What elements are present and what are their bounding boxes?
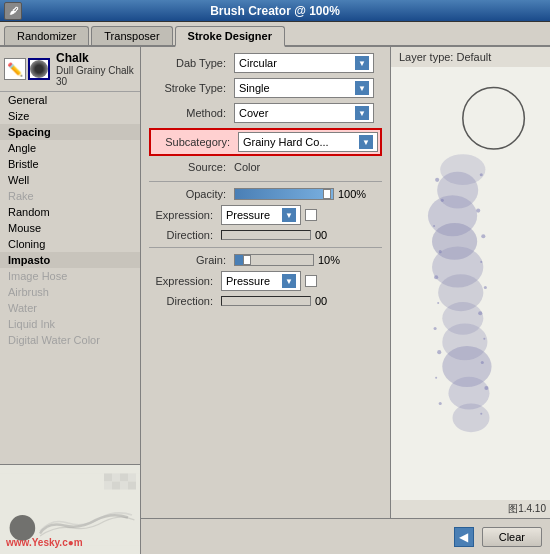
brush-icon-blob[interactable]	[28, 58, 50, 80]
brush-subname: Dull Grainy Chalk 30	[56, 65, 136, 87]
title-bar: 🖌 Brush Creator @ 100%	[0, 0, 550, 22]
sidebar-item-impasto[interactable]: Impasto	[0, 252, 140, 268]
watermark: www.Yesky.c●m	[6, 537, 83, 548]
sidebar-item-rake: Rake	[0, 188, 140, 204]
window-title: Brush Creator @ 100%	[210, 4, 340, 18]
source-value: Color	[234, 161, 260, 173]
sidebar-item-angle[interactable]: Angle	[0, 140, 140, 156]
sidebar-item-general[interactable]: General	[0, 92, 140, 108]
grain-expression-arrow: ▼	[282, 274, 296, 288]
svg-point-28	[481, 234, 485, 238]
svg-point-23	[435, 178, 439, 182]
direction-slider[interactable]	[221, 230, 311, 240]
svg-point-37	[437, 350, 441, 354]
canvas-label: Layer type: Default	[391, 47, 550, 67]
sidebar-item-random[interactable]: Random	[0, 204, 140, 220]
grain-expression-dropdown[interactable]: Pressure ▼	[221, 271, 301, 291]
svg-point-35	[434, 327, 437, 330]
sidebar-nav: General Size Spacing Angle Bristle Well …	[0, 92, 140, 464]
grain-value: 10%	[318, 254, 348, 266]
svg-point-38	[481, 361, 484, 364]
grain-label: Grain:	[149, 254, 234, 266]
grain-direction-label: Direction:	[149, 295, 221, 307]
sidebar-item-water: Water	[0, 300, 140, 316]
svg-rect-7	[112, 482, 120, 490]
subcategory-label: Subcategory:	[153, 136, 238, 148]
tab-bar: Randomizer Transposer Stroke Designer	[0, 22, 550, 47]
svg-point-34	[478, 311, 482, 315]
stroke-type-dropdown[interactable]: Single ▼	[234, 78, 374, 98]
svg-point-27	[433, 225, 435, 227]
subcategory-row: Subcategory: Grainy Hard Co... ▼	[149, 128, 382, 156]
canvas-caption: 图1.4.10	[391, 500, 550, 518]
svg-point-41	[439, 402, 442, 405]
method-row: Method: Cover ▼	[149, 103, 382, 123]
dab-type-arrow: ▼	[355, 56, 369, 70]
svg-point-24	[480, 173, 483, 176]
svg-point-22	[453, 403, 490, 432]
direction-row: Direction: 00	[149, 229, 382, 241]
dab-type-dropdown[interactable]: Circular ▼	[234, 53, 374, 73]
app-icon: 🖌	[4, 2, 22, 20]
svg-rect-4	[120, 474, 128, 482]
svg-point-39	[435, 377, 437, 379]
svg-point-29	[439, 250, 442, 253]
sidebar-item-mouse[interactable]: Mouse	[0, 220, 140, 236]
method-dropdown[interactable]: Cover ▼	[234, 103, 374, 123]
svg-point-42	[480, 413, 482, 415]
svg-rect-8	[120, 482, 128, 490]
method-arrow: ▼	[355, 106, 369, 120]
subcategory-arrow: ▼	[359, 135, 373, 149]
source-label: Source:	[149, 161, 234, 173]
grain-direction-slider[interactable]	[221, 296, 311, 306]
expression-dropdown[interactable]: Pressure ▼	[221, 205, 301, 225]
svg-rect-6	[104, 482, 112, 490]
sidebar-item-size[interactable]: Size	[0, 108, 140, 124]
clear-button[interactable]: Clear	[482, 527, 542, 547]
expression-label: Expression:	[149, 209, 221, 221]
grain-slider[interactable]	[234, 254, 314, 266]
brush-stroke-svg	[391, 67, 550, 457]
sidebar-item-image-hose: Image Hose	[0, 268, 140, 284]
grain-direction-value: 00	[315, 295, 327, 307]
svg-rect-9	[128, 482, 136, 490]
grain-expression-checkbox[interactable]	[305, 275, 317, 287]
expression-arrow: ▼	[282, 208, 296, 222]
svg-rect-2	[104, 474, 112, 482]
svg-point-40	[484, 386, 488, 390]
svg-point-30	[480, 261, 482, 263]
method-label: Method:	[149, 107, 234, 119]
svg-rect-3	[112, 474, 120, 482]
back-button[interactable]: ◀	[454, 527, 474, 547]
tab-stroke-designer[interactable]: Stroke Designer	[175, 26, 285, 47]
brush-preview-area: www.Yesky.c●m	[0, 464, 140, 554]
brush-icon-pencil[interactable]: ✏️	[4, 58, 26, 80]
svg-point-33	[437, 302, 439, 304]
opacity-slider[interactable]	[234, 188, 334, 200]
bottom-toolbar: ◀ Clear	[141, 518, 550, 554]
subcategory-dropdown[interactable]: Grainy Hard Co... ▼	[238, 132, 378, 152]
sidebar-item-well[interactable]: Well	[0, 172, 140, 188]
stroke-type-label: Stroke Type:	[149, 82, 234, 94]
sidebar-item-digital-water-color: Digital Water Color	[0, 332, 140, 348]
sidebar-item-spacing[interactable]: Spacing	[0, 124, 140, 140]
grain-expression-label: Expression:	[149, 275, 221, 287]
dab-type-row: Dab Type: Circular ▼	[149, 53, 382, 73]
sidebar-item-liquid-ink: Liquid Ink	[0, 316, 140, 332]
svg-point-26	[476, 209, 480, 213]
svg-rect-5	[128, 474, 136, 482]
tab-transposer[interactable]: Transposer	[91, 26, 172, 45]
expression-checkbox[interactable]	[305, 209, 317, 221]
grain-row: Grain: 10%	[149, 254, 382, 266]
sidebar-item-cloning[interactable]: Cloning	[0, 236, 140, 252]
sidebar-item-bristle[interactable]: Bristle	[0, 156, 140, 172]
svg-point-32	[484, 286, 487, 289]
canvas-preview	[391, 67, 550, 500]
tab-randomizer[interactable]: Randomizer	[4, 26, 89, 45]
opacity-label: Opacity:	[149, 188, 234, 200]
direction-value: 00	[315, 229, 327, 241]
grain-direction-row: Direction: 00	[149, 295, 382, 307]
stroke-type-row: Stroke Type: Single ▼	[149, 78, 382, 98]
sidebar-item-airbrush: Airbrush	[0, 284, 140, 300]
expression-row: Expression: Pressure ▼	[149, 205, 382, 225]
